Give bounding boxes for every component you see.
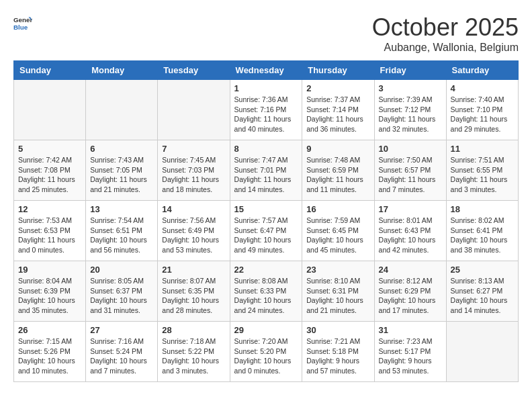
daylight-text: Daylight: 10 hours and 31 minutes.	[90, 295, 153, 315]
day-cell	[14, 80, 86, 140]
day-number: 2	[306, 83, 369, 93]
day-cell	[446, 322, 518, 382]
day-number: 12	[18, 204, 81, 214]
sunset-text: Sunset: 6:31 PM	[306, 286, 369, 296]
sunrise-text: Sunrise: 8:04 AM	[18, 276, 81, 286]
sunrise-text: Sunrise: 8:02 AM	[451, 216, 514, 226]
weekday-header-friday: Friday	[374, 61, 446, 80]
sunset-text: Sunset: 7:01 PM	[234, 165, 298, 175]
day-cell: 2Sunrise: 7:37 AMSunset: 7:14 PMDaylight…	[302, 80, 374, 140]
sunset-text: Sunset: 6:39 PM	[18, 286, 81, 296]
calendar-table: SundayMondayTuesdayWednesdayThursdayFrid…	[13, 60, 519, 382]
daylight-text: Daylight: 11 hours and 21 minutes.	[90, 175, 153, 194]
day-info: Sunrise: 8:12 AMSunset: 6:29 PMDaylight:…	[379, 276, 442, 316]
sunrise-text: Sunrise: 7:59 AM	[306, 216, 369, 226]
day-cell: 3Sunrise: 7:39 AMSunset: 7:12 PMDaylight…	[374, 80, 446, 140]
day-info: Sunrise: 7:42 AMSunset: 7:08 PMDaylight:…	[18, 155, 81, 195]
weekday-header-row: SundayMondayTuesdayWednesdayThursdayFrid…	[14, 61, 519, 80]
daylight-text: Daylight: 11 hours and 14 minutes.	[234, 175, 298, 194]
daylight-text: Daylight: 11 hours and 7 minutes.	[379, 175, 442, 194]
weekday-header-saturday: Saturday	[446, 61, 518, 80]
daylight-text: Daylight: 10 hours and 53 minutes.	[162, 235, 225, 255]
day-cell: 13Sunrise: 7:54 AMSunset: 6:51 PMDayligh…	[86, 201, 158, 261]
daylight-text: Daylight: 10 hours and 3 minutes.	[162, 356, 225, 375]
day-number: 8	[234, 144, 298, 154]
sunrise-text: Sunrise: 8:12 AM	[379, 276, 442, 286]
daylight-text: Daylight: 10 hours and 0 minutes.	[234, 356, 298, 375]
sunrise-text: Sunrise: 7:47 AM	[234, 155, 298, 165]
sunset-text: Sunset: 7:14 PM	[306, 105, 369, 115]
sunrise-text: Sunrise: 7:37 AM	[306, 95, 369, 105]
daylight-text: Daylight: 10 hours and 42 minutes.	[379, 235, 442, 255]
sunrise-text: Sunrise: 7:42 AM	[18, 155, 81, 165]
day-info: Sunrise: 7:59 AMSunset: 6:45 PMDaylight:…	[306, 216, 369, 255]
sunset-text: Sunset: 7:05 PM	[90, 165, 153, 175]
sunrise-text: Sunrise: 7:56 AM	[162, 216, 225, 226]
daylight-text: Daylight: 11 hours and 36 minutes.	[306, 114, 369, 134]
day-cell: 12Sunrise: 7:53 AMSunset: 6:53 PMDayligh…	[14, 201, 86, 261]
day-number: 6	[90, 144, 153, 154]
sunrise-text: Sunrise: 7:21 AM	[306, 336, 369, 347]
sunset-text: Sunset: 6:45 PM	[306, 226, 369, 236]
day-number: 15	[234, 204, 298, 214]
day-cell: 1Sunrise: 7:36 AMSunset: 7:16 PMDaylight…	[230, 80, 302, 140]
sunset-text: Sunset: 5:17 PM	[379, 347, 442, 357]
day-number: 14	[162, 204, 225, 214]
day-number: 7	[162, 144, 225, 154]
day-info: Sunrise: 7:51 AMSunset: 6:55 PMDaylight:…	[451, 155, 514, 195]
sunset-text: Sunset: 6:43 PM	[379, 226, 442, 236]
day-info: Sunrise: 8:05 AMSunset: 6:37 PMDaylight:…	[90, 276, 153, 316]
logo: General Blue General Blue	[13, 13, 32, 32]
day-number: 25	[451, 265, 514, 275]
week-row-2: 5Sunrise: 7:42 AMSunset: 7:08 PMDaylight…	[14, 140, 519, 201]
sunrise-text: Sunrise: 7:51 AM	[451, 155, 514, 165]
day-info: Sunrise: 8:04 AMSunset: 6:39 PMDaylight:…	[18, 276, 81, 316]
sunset-text: Sunset: 5:20 PM	[234, 347, 298, 357]
daylight-text: Daylight: 10 hours and 14 minutes.	[451, 295, 514, 315]
day-cell: 29Sunrise: 7:20 AMSunset: 5:20 PMDayligh…	[230, 322, 302, 382]
day-number: 4	[451, 83, 514, 93]
day-info: Sunrise: 7:53 AMSunset: 6:53 PMDaylight:…	[18, 216, 81, 255]
day-info: Sunrise: 7:20 AMSunset: 5:20 PMDaylight:…	[234, 336, 298, 376]
sunset-text: Sunset: 6:27 PM	[451, 286, 514, 296]
day-cell: 6Sunrise: 7:43 AMSunset: 7:05 PMDaylight…	[86, 140, 158, 201]
day-number: 21	[162, 265, 225, 275]
day-cell: 15Sunrise: 7:57 AMSunset: 6:47 PMDayligh…	[230, 201, 302, 261]
sunset-text: Sunset: 6:49 PM	[162, 226, 225, 236]
day-cell: 5Sunrise: 7:42 AMSunset: 7:08 PMDaylight…	[14, 140, 86, 201]
week-row-1: 1Sunrise: 7:36 AMSunset: 7:16 PMDaylight…	[14, 80, 519, 140]
day-number: 26	[18, 325, 81, 335]
sunrise-text: Sunrise: 7:16 AM	[90, 336, 153, 347]
day-info: Sunrise: 7:50 AMSunset: 6:57 PMDaylight:…	[379, 155, 442, 195]
day-cell: 24Sunrise: 8:12 AMSunset: 6:29 PMDayligh…	[374, 261, 446, 322]
daylight-text: Daylight: 10 hours and 7 minutes.	[90, 356, 153, 375]
day-cell: 14Sunrise: 7:56 AMSunset: 6:49 PMDayligh…	[158, 201, 230, 261]
week-row-4: 19Sunrise: 8:04 AMSunset: 6:39 PMDayligh…	[14, 261, 519, 322]
weekday-header-wednesday: Wednesday	[230, 61, 302, 80]
day-number: 19	[18, 265, 81, 275]
location-subtitle: Aubange, Wallonia, Belgium	[372, 42, 519, 54]
sunrise-text: Sunrise: 7:43 AM	[90, 155, 153, 165]
daylight-text: Daylight: 11 hours and 3 minutes.	[451, 175, 514, 194]
sunset-text: Sunset: 6:29 PM	[379, 286, 442, 296]
day-info: Sunrise: 7:47 AMSunset: 7:01 PMDaylight:…	[234, 155, 298, 195]
daylight-text: Daylight: 10 hours and 10 minutes.	[18, 356, 81, 375]
day-cell: 19Sunrise: 8:04 AMSunset: 6:39 PMDayligh…	[14, 261, 86, 322]
sunrise-text: Sunrise: 8:13 AM	[451, 276, 514, 286]
sunrise-text: Sunrise: 7:39 AM	[379, 95, 442, 105]
day-info: Sunrise: 8:13 AMSunset: 6:27 PMDaylight:…	[451, 276, 514, 316]
day-cell: 16Sunrise: 7:59 AMSunset: 6:45 PMDayligh…	[302, 201, 374, 261]
sunrise-text: Sunrise: 7:20 AM	[234, 336, 298, 347]
sunrise-text: Sunrise: 8:10 AM	[306, 276, 369, 286]
day-number: 1	[234, 83, 298, 93]
daylight-text: Daylight: 10 hours and 45 minutes.	[306, 235, 369, 255]
sunset-text: Sunset: 7:12 PM	[379, 105, 442, 115]
day-info: Sunrise: 7:45 AMSunset: 7:03 PMDaylight:…	[162, 155, 225, 195]
sunrise-text: Sunrise: 7:15 AM	[18, 336, 81, 347]
day-info: Sunrise: 8:07 AMSunset: 6:35 PMDaylight:…	[162, 276, 225, 316]
weekday-header-sunday: Sunday	[14, 61, 86, 80]
day-cell	[158, 80, 230, 140]
daylight-text: Daylight: 11 hours and 11 minutes.	[306, 175, 369, 194]
sunrise-text: Sunrise: 7:40 AM	[451, 95, 514, 105]
sunset-text: Sunset: 6:33 PM	[234, 286, 298, 296]
